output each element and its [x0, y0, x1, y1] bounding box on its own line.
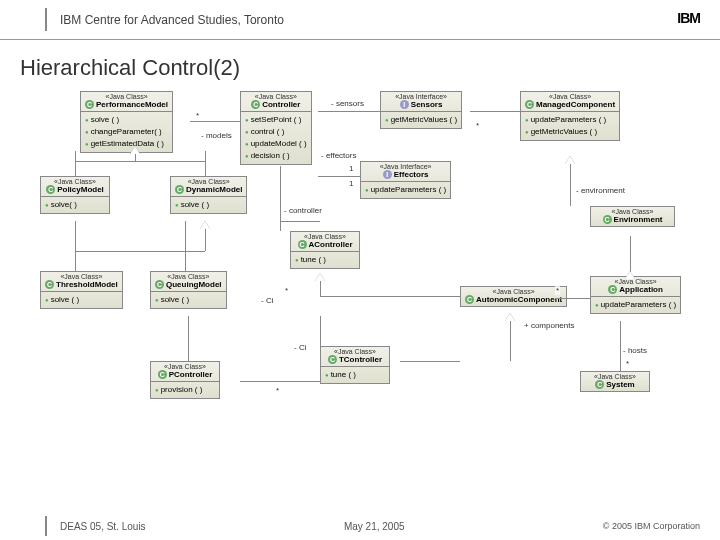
class-managed-component: «Java Class» CManagedComponent updatePar… [520, 91, 620, 141]
generalization-arrow-icon [200, 216, 210, 229]
assoc-label: - Ci [260, 296, 274, 305]
edge [75, 221, 76, 271]
edge [570, 161, 571, 206]
footer-center: May 21, 2005 [146, 521, 603, 532]
footer-right: © 2005 IBM Corporation [603, 521, 700, 531]
class-icon: C [45, 280, 54, 289]
class-dynamic-model: «Java Class» CDynamicModel solve ( ) [170, 176, 247, 214]
slide-title: Hierarchical Control(2) [0, 40, 720, 91]
edge [240, 381, 320, 382]
class-controller: «Java Class» CController setSetPoint ( )… [240, 91, 312, 165]
class-icon: C [251, 100, 260, 109]
assoc-label: + components [523, 321, 575, 330]
generalization-arrow-icon [130, 141, 140, 154]
class-policy-model: «Java Class» CPolicyModel solve( ) [40, 176, 110, 214]
class-pcontroller: «Java Class» CPController provision ( ) [150, 361, 220, 399]
class-icon: C [525, 100, 534, 109]
edge [400, 361, 460, 362]
class-threshold-model: «Java Class» CThresholdModel solve ( ) [40, 271, 123, 309]
slide-header: IBM Centre for Advanced Studies, Toronto… [0, 0, 720, 40]
edge [185, 221, 186, 271]
edge [280, 221, 320, 222]
assoc-label: - Ci [293, 343, 307, 352]
mult-label: * [555, 286, 560, 295]
mult-label: * [284, 286, 289, 295]
generalization-arrow-icon [625, 266, 635, 279]
mult-label: * [195, 111, 200, 120]
class-icon: C [298, 240, 307, 249]
interface-icon: I [383, 170, 392, 179]
assoc-label: - environment [575, 186, 626, 195]
mult-label: * [275, 386, 280, 395]
edge [190, 121, 240, 122]
class-performance-model: «Java Class» CPerformanceModel solve ( )… [80, 91, 173, 153]
class-icon: C [608, 285, 617, 294]
edge [188, 316, 189, 361]
edge [205, 151, 206, 176]
edge [320, 316, 321, 346]
mult-label: 1 [348, 179, 354, 188]
mult-label: * [475, 121, 480, 130]
assoc-label: - effectors [320, 151, 357, 160]
class-acontroller: «Java Class» CAController tune ( ) [290, 231, 360, 269]
class-icon: C [175, 185, 184, 194]
class-icon: C [85, 100, 94, 109]
class-tcontroller: «Java Class» CTController tune ( ) [320, 346, 390, 384]
edge [470, 111, 520, 112]
class-icon: C [465, 295, 474, 304]
edge [620, 321, 621, 371]
header-title: IBM Centre for Advanced Studies, Toronto [60, 13, 284, 27]
assoc-label: - sensors [330, 99, 365, 108]
mult-label: 1 [348, 164, 354, 173]
edge [318, 111, 380, 112]
class-icon: C [155, 280, 164, 289]
interface-effectors: «Java Interface» IEffectors updateParame… [360, 161, 451, 199]
edge [318, 176, 360, 177]
class-queuing-model: «Java Class» CQueuingModel solve ( ) [150, 271, 227, 309]
class-icon: C [603, 215, 612, 224]
edge [320, 296, 460, 297]
interface-icon: I [400, 100, 409, 109]
edge [75, 151, 76, 176]
class-icon: C [158, 370, 167, 379]
edge [75, 251, 205, 252]
class-environment: «Java Class» CEnvironment [590, 206, 675, 227]
class-icon: C [328, 355, 337, 364]
slide-footer: DEAS 05, St. Louis May 21, 2005 © 2005 I… [0, 512, 720, 540]
generalization-arrow-icon [565, 151, 575, 164]
class-system: «Java Class» CSystem [580, 371, 650, 392]
mult-label: * [625, 359, 630, 368]
edge [510, 316, 511, 361]
class-icon: C [595, 380, 604, 389]
uml-diagram: «Java Class» CPerformanceModel solve ( )… [20, 91, 700, 471]
interface-sensors: «Java Interface» ISensors getMetricValue… [380, 91, 462, 129]
class-autonomic-component: «Java Class» CAutonomicComponent [460, 286, 567, 307]
generalization-arrow-icon [315, 268, 325, 281]
assoc-label: - hosts [622, 346, 648, 355]
edge [555, 298, 590, 299]
class-icon: C [46, 185, 55, 194]
edge [75, 161, 205, 162]
generalization-arrow-icon [505, 308, 515, 321]
class-application: «Java Class» CApplication updateParamete… [590, 276, 681, 314]
footer-divider [45, 516, 47, 536]
assoc-label: - controller [283, 206, 323, 215]
footer-left: DEAS 05, St. Louis [60, 521, 146, 532]
header-divider [45, 8, 47, 31]
ibm-logo: IBM [677, 10, 700, 26]
assoc-label: - models [200, 131, 233, 140]
